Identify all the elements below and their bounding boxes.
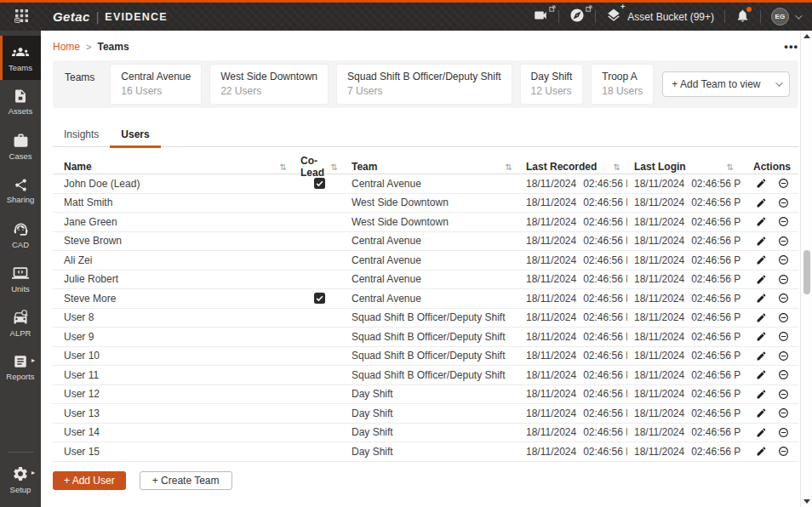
column-header-team[interactable]: Team⇅ — [345, 161, 519, 173]
scroll-up-arrow[interactable] — [803, 34, 810, 38]
remove-button[interactable] — [778, 274, 789, 285]
edit-button[interactable] — [756, 369, 767, 380]
remove-button[interactable] — [778, 427, 789, 438]
table-row[interactable]: User 12 Day Shift 18/11/202402:46:56 PM … — [53, 385, 798, 405]
layers-icon: + — [606, 8, 621, 26]
co-lead-checkbox[interactable] — [314, 178, 325, 189]
sidebar-label: Assets — [9, 106, 33, 116]
edit-button[interactable] — [756, 178, 767, 189]
column-header-last-login[interactable]: Last Login⇅ — [627, 161, 741, 173]
table-row[interactable]: User 9 Squad Shift B Officer/Deputy Shif… — [53, 328, 798, 347]
team-card-users: 22 Users — [220, 84, 317, 99]
remove-button[interactable] — [778, 369, 789, 380]
table-row[interactable]: User 13 Day Shift 18/11/202402:46:56 PM … — [53, 404, 798, 424]
sidebar-item-teams[interactable]: Teams — [0, 36, 41, 80]
sidebar-item-alpr[interactable]: ALPR — [0, 301, 41, 345]
team-card[interactable]: Central Avenue 16 Users — [110, 64, 202, 105]
column-header-name[interactable]: Name⇅ — [53, 161, 294, 173]
brand-logo: Getac | EVIDENCE — [53, 9, 168, 24]
table-row[interactable]: Jane Green West Side Downtown 18/11/2024… — [53, 213, 798, 232]
sidebar-item-sharing[interactable]: Sharing — [0, 168, 41, 213]
table-row[interactable]: User 8 Squad Shift B Officer/Deputy Shif… — [53, 309, 798, 328]
remove-button[interactable] — [778, 197, 789, 208]
remove-button[interactable] — [778, 407, 789, 419]
column-header-co-lead[interactable]: Co-Lead⇅ — [294, 155, 345, 179]
edit-button[interactable] — [756, 274, 767, 285]
sidebar-item-units[interactable]: Units — [0, 257, 41, 301]
edit-button[interactable] — [756, 312, 767, 323]
topbar-separator — [724, 10, 725, 23]
app-launcher-button[interactable]: G — [9, 6, 34, 28]
edit-button[interactable] — [756, 197, 767, 208]
remove-button[interactable] — [778, 350, 789, 362]
edit-button[interactable] — [756, 446, 767, 457]
team-card[interactable]: West Side Downtown 22 Users — [209, 64, 329, 105]
sidebar-item-cases[interactable]: Cases — [0, 124, 41, 168]
add-team-select[interactable]: + Add Team to view — [662, 71, 790, 97]
remove-button[interactable] — [778, 331, 789, 342]
sort-icon[interactable]: ⇅ — [614, 162, 620, 172]
topbar-separator — [760, 10, 761, 23]
compass-button[interactable] — [569, 8, 585, 26]
notifications-button[interactable] — [735, 9, 750, 26]
edit-button[interactable] — [756, 236, 767, 247]
remove-button[interactable] — [778, 312, 789, 323]
scrollbar-thumb[interactable] — [803, 250, 810, 294]
team-card-name: Day Shift — [531, 70, 573, 84]
cell-last-login: 18/11/202402:46:56 PM — [627, 216, 741, 228]
add-user-button[interactable]: + Add User — [53, 471, 126, 490]
table-row[interactable]: Steve Brown Central Avenue 18/11/202402:… — [53, 232, 798, 252]
scroll-down-arrow[interactable] — [803, 499, 810, 504]
remove-button[interactable] — [778, 293, 789, 304]
table-row[interactable]: Steve More Central Avenue 18/11/202402:4… — [53, 289, 798, 309]
edit-button[interactable] — [756, 427, 767, 438]
edit-button[interactable] — [756, 254, 767, 265]
table-row[interactable]: User 10 Squad Shift B Officer/Deputy Shi… — [53, 347, 798, 367]
remove-button[interactable] — [778, 216, 789, 227]
team-card[interactable]: Troop A 18 Users — [591, 64, 654, 105]
column-header-last-recorded[interactable]: Last Recorded⇅ — [519, 161, 627, 173]
cell-last-login: 18/11/202402:46:56 PM — [627, 331, 741, 343]
cell-name: User 12 — [53, 388, 294, 400]
remove-button[interactable] — [778, 236, 789, 247]
edit-button[interactable] — [756, 293, 767, 304]
sidebar-item-assets[interactable]: Assets — [0, 80, 41, 124]
user-menu-button[interactable]: EG — [771, 8, 800, 26]
tab-insights[interactable]: Insights — [53, 128, 110, 148]
asset-bucket-button[interactable]: + Asset Bucket (99+) — [606, 8, 714, 26]
table-row[interactable]: User 11 Squad Shift B Officer/Deputy Shi… — [53, 366, 798, 385]
table-row[interactable]: User 15 Day Shift 18/11/202402:46:56 PM … — [53, 442, 798, 462]
sidebar-item-reports[interactable]: ▸ Reports — [0, 345, 41, 390]
create-team-button[interactable]: + Create Team — [140, 471, 232, 490]
sidebar-item-setup[interactable]: ▸ Setup — [0, 458, 41, 502]
table-row[interactable]: Matt Smith West Side Downtown 18/11/2024… — [53, 194, 798, 214]
sort-icon[interactable]: ⇅ — [280, 162, 287, 172]
edit-button[interactable] — [756, 331, 767, 342]
remove-button[interactable] — [778, 446, 789, 457]
cell-name: User 9 — [53, 331, 294, 343]
edit-button[interactable] — [756, 350, 767, 362]
co-lead-checkbox[interactable] — [314, 293, 325, 304]
more-options-button[interactable]: ••• — [784, 43, 798, 51]
table-row[interactable]: User 14 Day Shift 18/11/202402:46:56 PM … — [53, 424, 798, 443]
edit-button[interactable] — [756, 216, 767, 227]
table-row[interactable]: John Doe (Lead) Central Avenue 18/11/202… — [53, 174, 798, 194]
table-row[interactable]: Julie Robert Central Avenue 18/11/202402… — [53, 271, 798, 290]
team-card[interactable]: Day Shift 12 Users — [520, 64, 584, 105]
tab-users[interactable]: Users — [110, 128, 160, 148]
table-row[interactable]: Ali Zei Central Avenue 18/11/202402:46:5… — [53, 251, 798, 271]
breadcrumb-home-link[interactable]: Home — [53, 41, 80, 53]
remove-button[interactable] — [778, 389, 789, 400]
remove-button[interactable] — [778, 178, 789, 189]
sort-icon[interactable]: ⇅ — [331, 162, 338, 172]
cell-name: User 14 — [53, 426, 294, 438]
remove-button[interactable] — [778, 254, 789, 265]
team-card[interactable]: Squad Shift B Officer/Deputy Shift 7 Use… — [336, 64, 512, 105]
sort-icon[interactable]: ⇅ — [727, 162, 734, 172]
sort-icon[interactable]: ⇅ — [506, 162, 512, 172]
sidebar-item-cad[interactable]: CAD — [0, 213, 41, 257]
edit-button[interactable] — [756, 407, 767, 419]
bell-icon — [735, 9, 750, 26]
edit-button[interactable] — [756, 389, 767, 400]
camera-button[interactable] — [533, 8, 548, 26]
